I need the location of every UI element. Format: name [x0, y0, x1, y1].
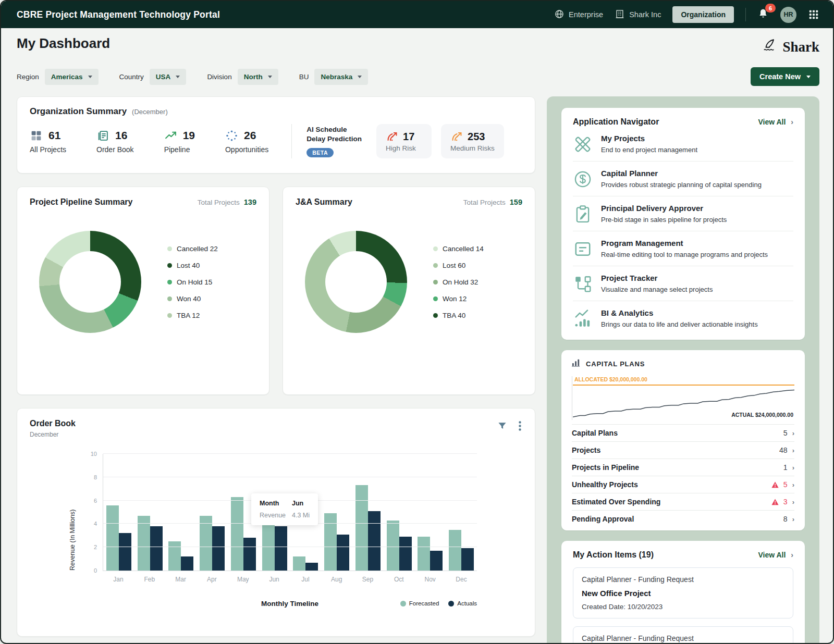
ja-total-value: 159 [510, 198, 522, 206]
organization-summary-head: Organization Summary (December) [30, 106, 522, 117]
company-menu[interactable]: Shark Inc [615, 9, 661, 21]
legend-label: Won 40 [177, 295, 201, 303]
nav-item-capital-planner[interactable]: Capital PlannerProvides robust strategic… [573, 162, 793, 196]
nav-text: BI & AnalyticsBrings our data to life an… [601, 308, 758, 328]
capital-plans-row-estimated-over-spending[interactable]: Estimated Over Spending3› [572, 493, 794, 510]
organization-summary-title: Organization Summary [30, 106, 127, 117]
capital-plans-rows: Capital Plans5›Projects48›Projects in Pi… [572, 424, 794, 527]
stat-label: All Projects [30, 145, 66, 154]
ja-summary-head: J&A Summary Total Projects159 [296, 197, 522, 207]
avatar[interactable]: HR [780, 7, 796, 23]
capital-plans-row-unhealthy-projects[interactable]: Unhealthy Projects5› [572, 476, 794, 493]
legend-dot [433, 296, 438, 301]
summary-charts-row: Project Pipeline Summary Total Projects1… [17, 187, 535, 395]
filter-dropdown-region[interactable]: Americas [45, 69, 99, 85]
nav-item-principal-delivery-approver[interactable]: Principal Delivery ApproverPre-bid stage… [573, 196, 793, 231]
capital-plans-row-projects-in-pipeline[interactable]: Projects in Pipeline1› [572, 459, 794, 476]
stat-value: 26 [244, 129, 256, 142]
legend-dot [448, 601, 454, 606]
stat-top: 61 [30, 129, 66, 142]
bar-actuals-dec [461, 548, 474, 571]
capital-plans-head: CAPITAL PLANS [572, 358, 794, 369]
stat-value: 19 [183, 129, 195, 142]
filter-value: Nebraska [321, 73, 352, 81]
application-navigator-head: Application Navigator View All› [573, 117, 793, 127]
company-label: Shark Inc [629, 10, 661, 19]
x-tick-label: Jan [103, 576, 134, 583]
action-item-card[interactable]: Capital Planner - Funding RequestNew Off… [573, 567, 793, 618]
bar-group-jan [103, 454, 134, 571]
enterprise-menu[interactable]: Enterprise [554, 9, 603, 21]
legend-label: TBA 12 [177, 312, 200, 319]
bar-actuals-sep [368, 511, 381, 571]
pipeline-total: Total Projects139 [198, 198, 256, 206]
tooltip-row: Revenue 4.3 Mi [260, 512, 310, 519]
ja-donut-body: Cancelled 14Lost 60On Hold 32Won 12TBA 4… [296, 231, 522, 333]
app-window: CBRE Project Management Technology Porta… [0, 0, 834, 644]
ja-summary-title: J&A Summary [296, 197, 352, 207]
bar-group-apr [197, 454, 228, 571]
brand-logo: Shark [762, 38, 819, 57]
filter-funnel-icon[interactable] [497, 421, 507, 431]
nav-text: Principal Delivery ApproverPre-bid stage… [601, 204, 727, 224]
capital-plans-row-capital-plans[interactable]: Capital Plans5› [572, 424, 794, 441]
app-navigator-view-all-link[interactable]: View All› [758, 118, 793, 126]
nav-item-title: Program Management [601, 239, 768, 247]
nav-icon-wrap [573, 205, 593, 224]
project-pipeline-summary-card: Project Pipeline Summary Total Projects1… [17, 187, 269, 395]
filter-dropdown-division[interactable]: North [238, 69, 278, 85]
organization-summary-body: 61All Projects16Order Book19Pipeline26Op… [30, 124, 522, 158]
filter-group-region: RegionAmericas [17, 69, 99, 85]
action-items-view-all-link[interactable]: View All› [758, 551, 793, 559]
x-tick-label: Sep [352, 576, 384, 583]
legend-item-tba: TBA 12 [167, 312, 218, 319]
legend-item-on-hold: On Hold 32 [433, 278, 484, 286]
bar-group-sep [352, 454, 384, 571]
bar-forecasted-nov [418, 537, 430, 571]
x-tick-label: Jun [259, 576, 290, 583]
x-tick-label: Oct [383, 576, 414, 583]
pipeline-trend-icon [164, 129, 177, 142]
stat-top: 16 [96, 129, 134, 142]
gridline [103, 453, 477, 454]
nav-item-project-tracker[interactable]: Project TrackerVisualize and manage sele… [573, 266, 793, 301]
filter-dropdown-country[interactable]: USA [150, 69, 187, 85]
create-new-button[interactable]: Create New [751, 67, 819, 86]
filter-label: Division [207, 73, 231, 81]
risk-value: 17 [403, 131, 414, 143]
legend-label: Lost 40 [177, 262, 200, 269]
action-item-card[interactable]: Capital Planner - Funding Request [573, 626, 793, 644]
page-title: My Dashboard [17, 35, 110, 52]
high-risk-signal-icon [386, 130, 398, 143]
nav-icon-wrap [573, 135, 593, 154]
application-navigator-title: Application Navigator [573, 117, 659, 127]
apps-grid-icon[interactable] [808, 9, 819, 20]
notifications-button[interactable]: 6 [757, 8, 769, 21]
capital-planner-icon [573, 170, 592, 189]
organization-button[interactable]: Organization [672, 6, 734, 23]
row-value: 1 [783, 463, 788, 472]
chevron-right-icon: › [792, 429, 794, 437]
nav-item-program-management[interactable]: Program ManagementReal-time editing tool… [573, 231, 793, 266]
filter-dropdown-bu[interactable]: Nebraska [314, 69, 368, 85]
filter-row: RegionAmericasCountryUSADivisionNorthBUN… [17, 67, 819, 86]
capital-plans-row-projects[interactable]: Projects48› [572, 441, 794, 459]
legend-item-tba: TBA 40 [433, 312, 484, 319]
nav-text: Program ManagementReal-time editing tool… [601, 239, 768, 258]
capital-plans-chart: ALLOCATED $20,000,000.00 ACTUAL $24,000,… [572, 376, 794, 420]
app-title: CBRE Project Management Technology Porta… [17, 9, 220, 20]
row-value-wrap: 5› [783, 429, 794, 437]
nav-item-my-projects[interactable]: My ProjectsEnd to end project management [573, 127, 793, 162]
chevron-right-icon: › [791, 118, 793, 126]
bar-group-oct [384, 454, 415, 571]
legend-item-forecasted: Forecasted [400, 600, 439, 606]
pipeline-legend: Cancelled 22Lost 40On Hold 15Won 40TBA 1… [167, 236, 218, 328]
pipeline-summary-title: Project Pipeline Summary [30, 197, 132, 207]
beta-badge: BETA [306, 148, 334, 157]
capital-plans-card: CAPITAL PLANS ALLOCATED $20,000,000.00 A… [561, 350, 805, 530]
ja-total: Total Projects159 [463, 198, 522, 206]
nav-icon-wrap [573, 275, 593, 293]
kebab-menu-icon[interactable] [519, 421, 521, 431]
nav-item-bi-analytics[interactable]: BI & AnalyticsBrings our data to life an… [573, 301, 793, 336]
capital-plans-row-pending-approval[interactable]: Pending Approval8› [572, 510, 794, 527]
